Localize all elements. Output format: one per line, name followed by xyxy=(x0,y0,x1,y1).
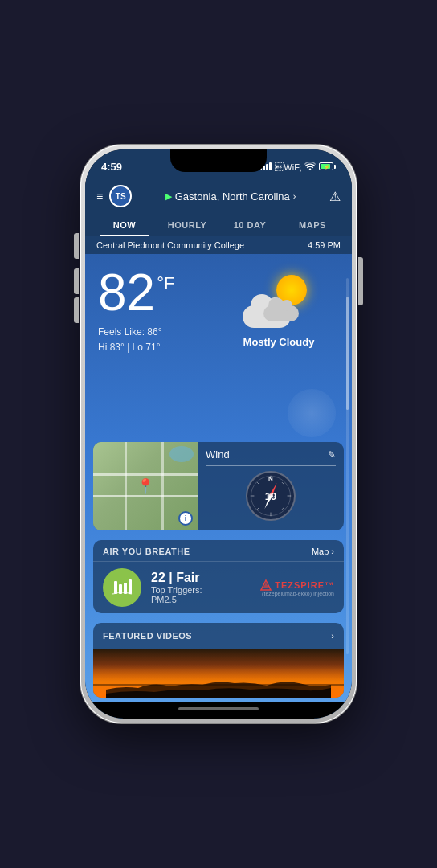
aqi-trigger-values: PM2.5 xyxy=(151,595,202,604)
featured-videos-card[interactable]: FEATURED VIDEOS › xyxy=(93,623,344,698)
map-road-v2 xyxy=(161,442,164,530)
air-map-arrow-icon: › xyxy=(331,547,334,556)
status-time: 4:59 xyxy=(101,161,122,173)
weather-glow xyxy=(85,362,352,437)
phone-frame: 4:59 WiF; xyxy=(80,145,357,723)
alert-icon[interactable]: ⚠ xyxy=(329,189,341,204)
svg-rect-14 xyxy=(129,579,132,594)
header-left: ≡ TS xyxy=(96,185,132,207)
air-map-link[interactable]: Map › xyxy=(312,547,334,556)
nav-tabs: NOW HOURLY 10 DAY MAPS xyxy=(85,214,352,236)
weather-details: Feels Like: 86° Hi 83° | Lo 71° xyxy=(98,325,218,355)
location-sub-name: Central Piedmont Community College xyxy=(96,240,244,250)
scroll-thumb xyxy=(346,297,349,409)
menu-icon[interactable]: ≡ xyxy=(96,190,103,203)
tab-now[interactable]: NOW xyxy=(93,214,156,236)
phone-inner: 4:59 WiF; xyxy=(85,149,352,719)
weather-condition: Mostly Cloudy xyxy=(218,336,339,348)
videos-arrow-icon: › xyxy=(331,631,334,641)
map-pin-icon: 📍 xyxy=(137,477,154,495)
wind-speed: 19 xyxy=(265,490,276,502)
air-quality-icon-svg xyxy=(111,576,133,599)
cloud-secondary-shape xyxy=(263,305,299,321)
tab-10day[interactable]: 10 DAY xyxy=(218,214,281,236)
location-subheader: Central Piedmont Community College 4:59 … xyxy=(85,236,352,254)
home-indicator xyxy=(85,702,352,719)
feels-like: Feels Like: 86° xyxy=(98,325,218,340)
air-quality-content: 22 | Fair Top Triggers: PM2.5 xyxy=(93,562,344,613)
location-text: Gastonia, North Carolina xyxy=(175,190,290,203)
notch xyxy=(170,149,267,172)
weather-icon xyxy=(243,275,315,331)
wind-header: Wind ✎ xyxy=(206,448,336,461)
air-quality-info: 22 | Fair Top Triggers: PM2.5 xyxy=(151,571,202,604)
videos-header: FEATURED VIDEOS › xyxy=(93,623,344,649)
svg-line-6 xyxy=(257,507,259,510)
svg-line-4 xyxy=(257,482,259,485)
wind-section: Wind ✎ N xyxy=(198,442,344,530)
weather-main: Central Piedmont Community College 4:59 … xyxy=(85,236,352,702)
sunset-silhouette xyxy=(93,665,344,698)
app-logo[interactable]: TS xyxy=(109,185,132,207)
status-icons: WiF; ⚡ xyxy=(259,162,336,172)
air-quality-left: 22 | Fair Top Triggers: PM2.5 xyxy=(103,568,202,607)
location-pin-icon: ▶ xyxy=(165,191,172,202)
battery-icon: ⚡ xyxy=(319,162,336,170)
weather-current: 82 °F Feels Like: 86° Hi 83° | Lo 71° xyxy=(85,254,352,362)
sponsor-name: TEZSPIRE™ xyxy=(275,580,334,590)
weather-left: 82 °F Feels Like: 86° Hi 83° | Lo 71° xyxy=(98,267,218,355)
air-quality-card: AIR YOU BREATHE Map › xyxy=(93,540,344,613)
sponsor-container: TEZSPIRE™ xyxy=(260,579,334,591)
wind-divider xyxy=(206,465,336,466)
sponsor-icon xyxy=(260,579,272,591)
temperature-unit: °F xyxy=(157,273,174,294)
wind-title: Wind xyxy=(206,448,230,461)
map-water xyxy=(169,446,194,462)
svg-line-7 xyxy=(282,507,284,510)
compass-container: N xyxy=(206,471,336,521)
aqi-value: 22 | Fair xyxy=(151,571,202,585)
svg-rect-11 xyxy=(114,581,117,594)
wind-edit-icon[interactable]: ✎ xyxy=(328,449,336,461)
glow-circle xyxy=(288,389,336,437)
location-arrow-icon: › xyxy=(293,191,296,201)
weather-right: Mostly Cloudy xyxy=(218,275,339,348)
temperature-display: 82 °F xyxy=(98,267,218,318)
map-section[interactable]: 📍 i xyxy=(93,442,198,530)
compass: N xyxy=(246,471,296,521)
air-quality-header: AIR YOU BREATHE Map › xyxy=(93,540,344,562)
sponsor-logo: TEZSPIRE™ (tezepelumab-ekko) Injection xyxy=(260,579,334,596)
map-road-h2 xyxy=(93,495,198,497)
map-background: 📍 i xyxy=(93,442,198,530)
hi-lo: Hi 83° | Lo 71° xyxy=(98,340,218,355)
temperature-value: 82 xyxy=(98,267,155,318)
map-info-button[interactable]: i xyxy=(178,511,193,526)
videos-title: FEATURED VIDEOS xyxy=(103,631,192,641)
aqi-triggers: Top Triggers: xyxy=(151,585,202,595)
scrollbar xyxy=(346,278,349,654)
app-header: ≡ TS ▶ Gastonia, North Carolina › ⚠ xyxy=(85,178,352,214)
wind-card: 📍 i Wind ✎ N xyxy=(93,442,344,530)
videos-thumbnail xyxy=(93,649,344,698)
sponsor-sub: (tezepelumab-ekko) Injection xyxy=(260,591,334,596)
location-display[interactable]: ▶ Gastonia, North Carolina › xyxy=(132,190,329,203)
air-quality-title: AIR YOU BREATHE xyxy=(103,547,190,556)
wifi-icon: WiF; xyxy=(275,162,316,172)
screen: 4:59 WiF; xyxy=(85,149,352,719)
home-bar xyxy=(178,707,259,710)
svg-line-5 xyxy=(282,482,284,485)
location-sub-time: 4:59 PM xyxy=(308,240,341,250)
map-road-h1 xyxy=(93,473,198,476)
tab-hourly[interactable]: HOURLY xyxy=(156,214,218,236)
air-quality-icon xyxy=(103,568,141,607)
map-road-v1 xyxy=(125,442,127,530)
tab-maps[interactable]: MAPS xyxy=(281,214,344,236)
